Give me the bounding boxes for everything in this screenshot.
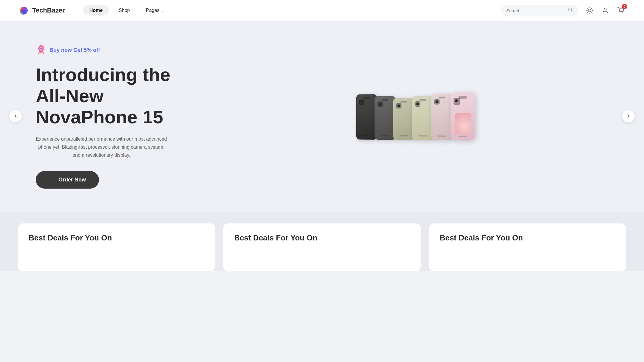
deal-title-1: Best Deals For You On <box>234 233 410 243</box>
svg-line-1 <box>571 11 572 12</box>
phone-4 <box>412 96 434 140</box>
logo-icon <box>18 5 29 16</box>
cart-count-badge: 0 <box>622 4 627 9</box>
user-icon <box>602 7 609 14</box>
phone-3 <box>393 98 414 140</box>
svg-point-13 <box>623 13 623 13</box>
deal-card-1: Best Deals For You On <box>223 223 420 271</box>
nav-home[interactable]: Home <box>83 5 109 15</box>
phone-6 <box>451 92 475 141</box>
hero-product-image <box>221 42 608 191</box>
svg-line-6 <box>592 12 592 13</box>
svg-point-12 <box>620 13 620 13</box>
phone-1 <box>356 94 377 140</box>
deals-section: Best Deals For You On Best Deals For You… <box>0 212 644 271</box>
arrow-right-icon: → <box>49 176 55 183</box>
hero-promo-badge: Buy now Get 5% off <box>36 44 221 57</box>
carousel-next-button[interactable] <box>622 110 635 123</box>
svg-point-15 <box>40 48 42 49</box>
brand-name: TechBazer <box>32 7 65 14</box>
nav-pages[interactable]: Pages ⌄ <box>139 5 171 15</box>
hero-content: Buy now Get 5% off Introducing the All-N… <box>36 44 221 189</box>
svg-point-11 <box>604 8 606 10</box>
sun-icon <box>586 7 593 14</box>
search-button[interactable] <box>568 7 573 14</box>
phones-group <box>357 92 474 140</box>
account-button[interactable] <box>600 5 611 16</box>
nav-shop[interactable]: Shop <box>112 5 136 15</box>
search-icon <box>568 7 573 13</box>
promo-text: Buy now Get 5% off <box>49 47 100 53</box>
rocket-icon <box>36 44 47 57</box>
arrow-right-icon <box>626 114 631 119</box>
chevron-down-icon: ⌄ <box>161 8 164 13</box>
order-now-button[interactable]: → Order Now <box>36 171 99 189</box>
deal-card-0: Best Deals For You On <box>18 223 215 271</box>
phone-2 <box>374 96 395 140</box>
hero-section: Buy now Get 5% off Introducing the All-N… <box>0 21 644 212</box>
search-area <box>501 5 578 16</box>
nav-links: Home Shop Pages ⌄ <box>83 5 501 15</box>
deals-grid: Best Deals For You On Best Deals For You… <box>18 223 626 271</box>
hero-description: Experience unparalleled performance with… <box>36 135 167 159</box>
hero-title: Introducing the All-New NovaPhone 15 <box>36 64 221 128</box>
nav-icons: 0 <box>584 5 626 16</box>
svg-line-9 <box>588 12 588 13</box>
phone-5 <box>431 94 453 140</box>
navbar: TechBazer Home Shop Pages ⌄ <box>0 0 644 21</box>
carousel-prev-button[interactable] <box>9 110 22 123</box>
logo-link[interactable]: TechBazer <box>18 5 65 16</box>
theme-toggle-button[interactable] <box>584 5 595 16</box>
svg-line-5 <box>588 8 588 9</box>
svg-point-2 <box>588 9 591 12</box>
arrow-left-icon <box>13 114 18 119</box>
deal-title-2: Best Deals For You On <box>440 233 615 243</box>
deal-card-2: Best Deals For You On <box>429 223 626 271</box>
deal-title-0: Best Deals For You On <box>29 233 204 243</box>
svg-line-10 <box>592 8 592 9</box>
search-input[interactable] <box>506 8 565 13</box>
cart-button[interactable]: 0 <box>615 5 626 16</box>
